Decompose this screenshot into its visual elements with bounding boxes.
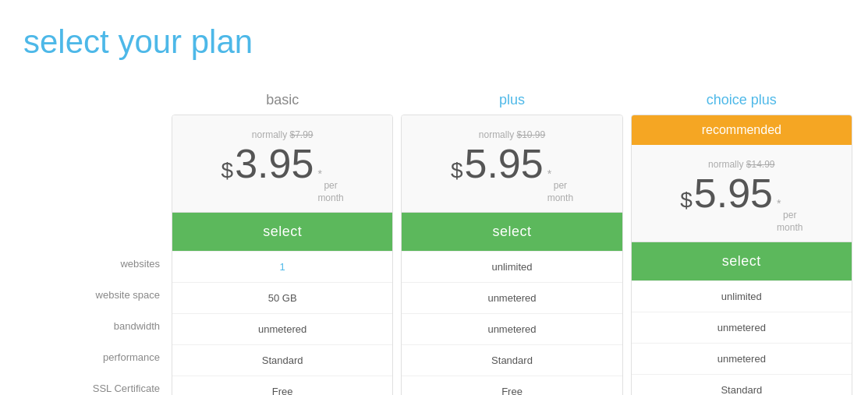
- plan-column-choice-plus: choice plus recommended normally $14.99 …: [631, 92, 852, 395]
- feature-websites-basic: 1: [172, 251, 392, 282]
- feature-label-websites: websites: [16, 248, 172, 279]
- original-price-basic: $7.99: [290, 129, 314, 140]
- price-amount-plus: 5.95: [464, 143, 543, 184]
- original-price-plus: $10.99: [516, 129, 545, 140]
- price-suffix-plus: * permonth: [547, 168, 573, 204]
- plan-features-plus: unlimited unmetered unmetered Standard F…: [402, 251, 622, 395]
- select-button-basic[interactable]: select: [172, 213, 392, 251]
- price-suffix-choice-plus: * permonth: [777, 197, 802, 234]
- price-row-basic: $ 3.95 * permonth: [180, 143, 384, 204]
- price-amount-choice-plus: 5.95: [694, 173, 773, 213]
- plan-pricing-choice-plus: normally $14.99 $ 5.95 * permonth: [632, 145, 852, 242]
- feature-performance-plus: Standard: [402, 344, 622, 376]
- feature-space-plus: unmetered: [402, 282, 622, 313]
- normally-basic: normally $7.99: [180, 129, 384, 140]
- feature-label-website-space: website space: [16, 279, 172, 310]
- plan-features-choice-plus: unlimited unmetered unmetered Standard F…: [632, 280, 852, 395]
- page-title: select your plan: [16, 23, 852, 61]
- plan-pricing-plus: normally $10.99 $ 5.95 * permonth: [402, 115, 622, 213]
- feature-ssl-plus: Free: [402, 376, 622, 395]
- feature-bandwidth-plus: unmetered: [402, 313, 622, 344]
- feature-label-performance: performance: [16, 341, 172, 372]
- plan-card-choice-plus: recommended normally $14.99 $ 5.95 * per…: [631, 115, 852, 395]
- feature-ssl-basic: Free: [172, 376, 392, 395]
- plan-name-choice-plus: choice plus: [707, 92, 777, 108]
- select-button-plus[interactable]: select: [402, 213, 622, 251]
- feature-space-basic: 50 GB: [172, 282, 392, 313]
- price-amount-basic: 3.95: [235, 143, 314, 184]
- plans-container: websites website space bandwidth perform…: [16, 92, 852, 395]
- select-button-choice-plus[interactable]: select: [632, 242, 852, 280]
- feature-labels: websites website space bandwidth perform…: [16, 92, 172, 395]
- dollar-sign-basic: $: [221, 158, 234, 183]
- price-row-plus: $ 5.95 * permonth: [409, 143, 614, 204]
- feature-label-bandwidth: bandwidth: [16, 310, 172, 341]
- plan-card-plus: normally $10.99 $ 5.95 * permonth select…: [401, 115, 622, 395]
- price-suffix-basic: * permonth: [317, 168, 343, 204]
- feature-performance-basic: Standard: [172, 344, 392, 376]
- dollar-sign-plus: $: [451, 158, 463, 183]
- plan-name-plus: plus: [499, 92, 525, 108]
- feature-space-choice-plus: unmetered: [632, 312, 852, 343]
- plan-column-plus: plus normally $10.99 $ 5.95 * permonth: [401, 92, 622, 395]
- plans-grid: basic normally $7.99 $ 3.95 * permonth: [172, 92, 852, 395]
- feature-websites-plus: unlimited: [402, 251, 622, 282]
- plan-card-basic: normally $7.99 $ 3.95 * permonth select …: [172, 115, 393, 395]
- normally-choice-plus: normally $14.99: [639, 159, 844, 170]
- feature-websites-choice-plus: unlimited: [632, 280, 852, 312]
- plan-pricing-basic: normally $7.99 $ 3.95 * permonth: [172, 115, 392, 213]
- plan-column-basic: basic normally $7.99 $ 3.95 * permonth: [172, 92, 393, 395]
- feature-bandwidth-choice-plus: unmetered: [632, 343, 852, 374]
- feature-bandwidth-basic: unmetered: [172, 313, 392, 344]
- original-price-choice-plus: $14.99: [746, 159, 775, 170]
- dollar-sign-choice-plus: $: [680, 188, 693, 213]
- feature-label-ssl: SSL Certificate: [16, 372, 172, 395]
- recommended-badge: recommended: [632, 115, 852, 145]
- normally-plus: normally $10.99: [409, 129, 614, 140]
- feature-performance-choice-plus: Standard: [632, 374, 852, 395]
- plan-name-basic: basic: [266, 92, 299, 108]
- plan-features-basic: 1 50 GB unmetered Standard Free: [172, 251, 392, 395]
- price-row-choice-plus: $ 5.95 * permonth: [639, 173, 844, 234]
